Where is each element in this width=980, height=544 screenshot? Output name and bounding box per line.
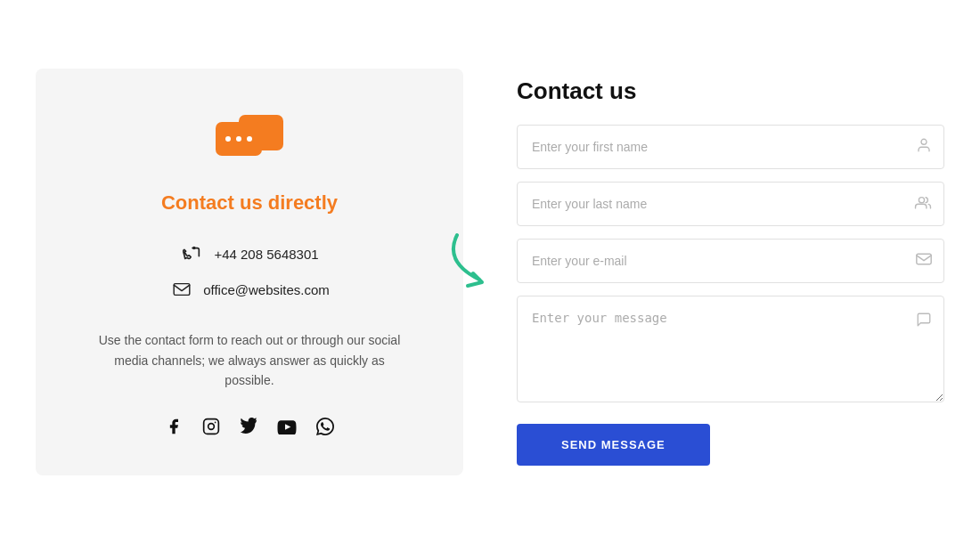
form-title: Contact us bbox=[517, 77, 944, 105]
contact-description: Use the contact form to reach out or thr… bbox=[98, 330, 401, 390]
svg-rect-7 bbox=[204, 418, 219, 434]
arrow-decoration bbox=[448, 231, 497, 296]
svg-point-9 bbox=[215, 421, 216, 423]
twitter-icon[interactable] bbox=[240, 418, 257, 440]
email-field-wrapper bbox=[517, 239, 944, 283]
svg-point-8 bbox=[208, 423, 215, 429]
send-message-button[interactable]: SEND MESSAGE bbox=[517, 424, 710, 466]
last-name-input[interactable] bbox=[517, 182, 944, 226]
facebook-icon[interactable] bbox=[165, 418, 183, 440]
whatsapp-icon[interactable] bbox=[316, 418, 334, 440]
chat-bubbles-icon bbox=[214, 113, 285, 166]
svg-point-4 bbox=[247, 136, 252, 142]
phone-number: +44 208 5648301 bbox=[214, 247, 318, 262]
email-input[interactable] bbox=[517, 239, 944, 283]
message-input[interactable] bbox=[517, 296, 944, 402]
last-name-field bbox=[517, 182, 944, 226]
message-field-wrapper bbox=[517, 296, 944, 406]
page-container: Contact us directly +44 208 5648301 o bbox=[18, 33, 962, 510]
right-panel: Contact us bbox=[517, 69, 944, 466]
email-address: office@websites.com bbox=[203, 282, 330, 297]
first-name-input[interactable] bbox=[517, 125, 944, 169]
phone-detail: +44 208 5648301 bbox=[180, 241, 318, 266]
instagram-icon[interactable] bbox=[202, 418, 220, 440]
email-icon bbox=[169, 277, 194, 302]
svg-rect-6 bbox=[174, 284, 190, 296]
social-icons-row bbox=[165, 418, 334, 440]
contact-title: Contact us directly bbox=[161, 191, 338, 215]
youtube-icon[interactable] bbox=[277, 418, 297, 439]
svg-point-3 bbox=[236, 136, 241, 142]
left-panel: Contact us directly +44 208 5648301 o bbox=[36, 69, 463, 475]
chat-icon-wrapper bbox=[214, 113, 285, 166]
phone-icon bbox=[180, 241, 205, 266]
email-detail: office@websites.com bbox=[169, 277, 330, 302]
first-name-field bbox=[517, 125, 944, 169]
svg-point-2 bbox=[225, 136, 231, 142]
